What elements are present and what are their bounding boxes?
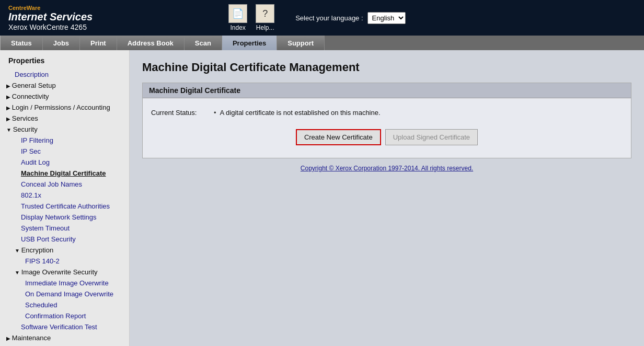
content-area: Properties Description General Setup Con… [0,50,644,346]
sidebar-item-maintenance[interactable]: Maintenance [0,332,129,343]
sidebar-item-software-verification[interactable]: Software Verification Test [0,321,129,332]
status-value: • A digital certificate is not establish… [214,109,381,117]
upload-signed-certificate-button[interactable]: Upload Signed Certificate [385,129,478,145]
status-row: Current Status: • A digital certificate … [149,105,625,121]
language-selector-area: Select your language : English [295,12,405,24]
sidebar-item-connectivity[interactable]: Connectivity [0,91,129,102]
sidebar-item-security[interactable]: Security [0,124,129,135]
nav-print[interactable]: Print [80,36,117,50]
page-title: Machine Digital Certificate Management [142,61,631,74]
sidebar-item-trusted-cert-auth[interactable]: Trusted Certificate Authorities [0,201,129,212]
sidebar-item-image-overwrite-security[interactable]: Image Overwrite Security [0,267,129,278]
sidebar-item-machine-digital-cert[interactable]: Machine Digital Certificate [0,168,129,179]
sidebar-item-description[interactable]: Description [0,69,129,80]
navbar: Status Jobs Print Address Book Scan Prop… [0,36,644,50]
sidebar-item-usb-port-security[interactable]: USB Port Security [0,234,129,245]
nav-address-book[interactable]: Address Book [117,36,185,50]
brand-name: CentreWare [8,5,93,11]
help-button[interactable]: ? Help... [256,4,274,31]
create-new-certificate-button[interactable]: Create New Certificate [296,129,381,145]
status-label: Current Status: [151,109,214,117]
cert-box-content: Current Status: • A digital certificate … [143,98,631,158]
nav-status[interactable]: Status [0,36,43,50]
language-select[interactable]: English [367,12,406,24]
bullet-icon: • [214,109,216,117]
sidebar-item-encryption[interactable]: Encryption [0,245,129,256]
sidebar-item-services[interactable]: Services [0,113,129,124]
copyright: Copyright © Xerox Corporation 1997-2014.… [142,165,631,172]
nav-support[interactable]: Support [277,36,325,50]
sidebar-item-confirmation-report[interactable]: Confirmation Report [0,310,129,321]
sidebar-item-login-permissions[interactable]: Login / Permissions / Accounting [0,102,129,113]
sidebar-item-scheduled[interactable]: Scheduled [0,299,129,310]
product-name: Internet Services [8,11,93,23]
main-content: Machine Digital Certificate Management M… [130,50,644,346]
header: CentreWare Internet Services Xerox WorkC… [0,0,644,36]
model-name: Xerox WorkCentre 4265 [8,23,93,31]
sidebar-item-fips-140-2[interactable]: FIPS 140-2 [0,256,129,267]
button-row: Create New Certificate Upload Signed Cer… [149,121,625,152]
sidebar: Properties Description General Setup Con… [0,50,130,346]
nav-jobs[interactable]: Jobs [43,36,80,50]
index-icon: 📄 [228,4,247,23]
sidebar-item-immediate-overwrite[interactable]: Immediate Image Overwrite [0,278,129,289]
cert-box: Machine Digital Certificate Current Stat… [142,83,631,158]
index-button[interactable]: 📄 Index [228,4,247,31]
sidebar-item-conceal-job-names[interactable]: Conceal Job Names [0,179,129,190]
sidebar-item-system-timeout[interactable]: System Timeout [0,223,129,234]
sidebar-item-display-network[interactable]: Display Network Settings [0,212,129,223]
sidebar-title: Properties [0,54,129,69]
sidebar-item-general-setup[interactable]: General Setup [0,80,129,91]
help-icon: ? [256,4,274,23]
nav-scan[interactable]: Scan [185,36,222,50]
sidebar-item-ip-sec[interactable]: IP Sec [0,146,129,157]
sidebar-item-802-1x[interactable]: 802.1x [0,190,129,201]
language-label: Select your language : [295,14,363,22]
sidebar-item-on-demand-overwrite[interactable]: On Demand Image Overwrite [0,289,129,299]
logo-area: CentreWare Internet Services Xerox WorkC… [8,5,93,31]
sidebar-item-ip-filtering[interactable]: IP Filtering [0,135,129,146]
nav-properties[interactable]: Properties [222,36,277,50]
cert-box-header: Machine Digital Certificate [143,83,631,98]
header-icons: 📄 Index ? Help... [228,4,274,31]
sidebar-item-audit-log[interactable]: Audit Log [0,157,129,168]
